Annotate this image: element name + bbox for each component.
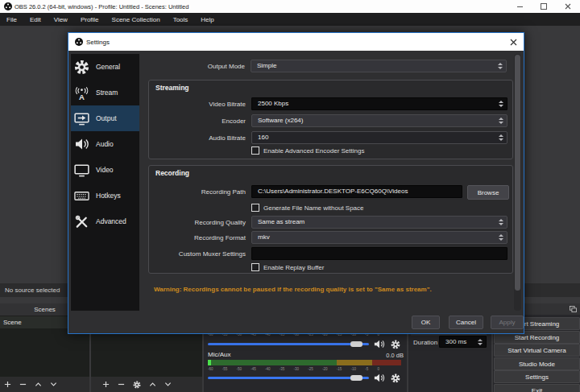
menu-file[interactable]: File [0, 16, 23, 23]
dock-popout-icon[interactable] [570, 306, 577, 312]
menu-edit[interactable]: Edit [23, 16, 48, 23]
video-bitrate-value: 2500 Kbps [258, 100, 288, 107]
advanced-encoder-checkbox-label[interactable]: Enable Advanced Encoder Settings [263, 147, 364, 155]
meter-red-segment [372, 360, 401, 365]
meter-yellow-segment [337, 360, 372, 365]
apply-button[interactable]: Apply [491, 316, 524, 329]
move-down-icon [164, 381, 172, 388]
monitor-icon [71, 163, 93, 178]
scene-move-down-button[interactable] [50, 381, 57, 388]
speaker-icon[interactable] [374, 339, 385, 349]
exit-button[interactable]: Exit [494, 384, 580, 392]
duration-value: 300 ms [445, 338, 466, 345]
encoder-select[interactable]: Software (x264) [251, 114, 508, 127]
checkbox-unchecked-icon[interactable] [251, 263, 259, 271]
replay-buffer-checkbox-label[interactable]: Enable Replay Buffer [263, 264, 324, 271]
tools-icon [71, 214, 93, 229]
recording-quality-value: Same as stream [258, 218, 304, 225]
recording-format-value: mkv [258, 233, 270, 241]
audio-bitrate-select[interactable]: 160 [251, 131, 508, 144]
menu-view[interactable]: View [48, 16, 74, 23]
add-scene-button[interactable] [4, 381, 11, 388]
cancel-button[interactable]: Cancel [449, 316, 483, 329]
generate-filename-checkbox-label[interactable]: Generate File Name without Space [263, 204, 364, 212]
gear-icon[interactable] [391, 373, 400, 383]
settings-button[interactable]: Settings [494, 370, 580, 383]
audio-bitrate-label: Audio Bitrate [165, 132, 246, 145]
source-move-down-button[interactable] [164, 381, 172, 388]
sidebar-item-output[interactable]: Output [71, 105, 139, 131]
menu-scene-collection[interactable]: Scene Collection [106, 16, 167, 23]
recording-group-title: Recording [155, 169, 189, 177]
recording-group: Recording Recording Path C:\Users\Admini… [148, 165, 513, 274]
sidebar-item-video[interactable]: Video [71, 157, 139, 183]
checkbox-unchecked-icon[interactable] [251, 204, 259, 212]
monitor-arrow-icon [71, 111, 93, 126]
checkbox-unchecked-icon[interactable] [251, 146, 259, 155]
settings-dialog: Settings General A Stream Output Audio [68, 32, 524, 334]
spinner-arrows-icon[interactable] [478, 339, 483, 345]
start-virtual-camera-button[interactable]: Start Virtual Camera [494, 344, 580, 357]
add-source-button[interactable] [102, 381, 110, 388]
mic-aux-volume-slider[interactable] [208, 377, 369, 379]
output-mode-select[interactable]: Simple [251, 60, 507, 72]
mic-aux-header: Mic/Aux 0.0 dB [208, 351, 404, 359]
duration-spinbox[interactable]: 300 ms [439, 336, 487, 348]
menu-help[interactable]: Help [194, 16, 220, 23]
remove-icon [118, 381, 125, 388]
window-titlebar: OBS 26.0.2 (64-bit, windows) - Profile: … [0, 0, 580, 13]
sidebar-item-hotkeys[interactable]: Hotkeys [71, 183, 139, 208]
settings-scrollbar[interactable] [514, 54, 521, 311]
ok-button[interactable]: OK [412, 316, 440, 329]
menu-profile[interactable]: Profile [74, 16, 106, 23]
obs-logo-icon [4, 2, 12, 10]
recording-path-input[interactable]: C:\Users\Administrator.DESKTOP-E6CQ60Q\V… [251, 185, 462, 198]
move-up-icon [149, 381, 156, 388]
scrollbar-thumb[interactable] [515, 55, 520, 291]
settings-dialog-titlebar: Settings [68, 33, 524, 51]
mic-aux-slider-handle[interactable] [350, 375, 362, 381]
desktop-audio-slider-handle[interactable] [350, 341, 362, 347]
combo-arrows-icon [498, 63, 503, 69]
sidebar-item-general[interactable]: General [71, 54, 139, 80]
source-properties-button[interactable] [133, 381, 141, 389]
mic-aux-label: Mic/Aux [208, 352, 230, 358]
desktop-audio-volume-slider[interactable] [208, 343, 369, 345]
window-controls [508, 0, 580, 13]
dialog-close-button[interactable] [506, 35, 520, 48]
speaker-icon[interactable] [374, 373, 385, 383]
source-move-up-button[interactable] [149, 381, 156, 388]
scenes-toolbar [0, 377, 89, 392]
settings-sidebar: General A Stream Output Audio Video Hotk… [71, 54, 139, 311]
encoder-label: Encoder [165, 115, 246, 128]
maximize-button[interactable] [532, 0, 556, 13]
close-button[interactable] [556, 0, 580, 13]
minimize-button[interactable] [508, 0, 532, 13]
sidebar-item-label: Hotkeys [96, 192, 121, 200]
close-icon [565, 3, 571, 10]
browse-button[interactable]: Browse [467, 185, 509, 200]
sidebar-item-advanced[interactable]: Advanced [71, 208, 139, 234]
video-bitrate-spinbox[interactable]: 2500 Kbps [251, 97, 508, 110]
sidebar-item-audio[interactable]: Audio [71, 131, 139, 157]
remove-source-button[interactable] [118, 381, 125, 388]
sidebar-item-label: General [96, 63, 120, 71]
menu-tools[interactable]: Tools [167, 16, 195, 23]
custom-muxer-input[interactable] [251, 247, 508, 260]
recording-format-select[interactable]: mkv [251, 231, 508, 244]
add-icon [102, 381, 110, 388]
advanced-encoder-checkbox-row: Enable Advanced Encoder Settings [251, 146, 364, 155]
gear-icon[interactable] [391, 340, 400, 349]
recording-quality-label: Recording Quality [165, 217, 246, 229]
studio-mode-button[interactable]: Studio Mode [494, 357, 580, 370]
sources-toolbar [91, 377, 202, 392]
recording-quality-select[interactable]: Same as stream [251, 216, 508, 229]
close-icon [510, 39, 517, 46]
sidebar-item-stream[interactable]: A Stream [71, 80, 139, 105]
remove-scene-button[interactable] [19, 381, 27, 388]
scene-move-up-button[interactable] [35, 381, 42, 388]
mic-aux-scale: -60 -55 -50 -45 -40 -35 -30 -25 -20 -15 … [208, 367, 401, 371]
keyboard-icon [71, 188, 93, 204]
obs-logo-icon [75, 38, 83, 46]
spinner-arrows-icon[interactable] [499, 101, 503, 107]
